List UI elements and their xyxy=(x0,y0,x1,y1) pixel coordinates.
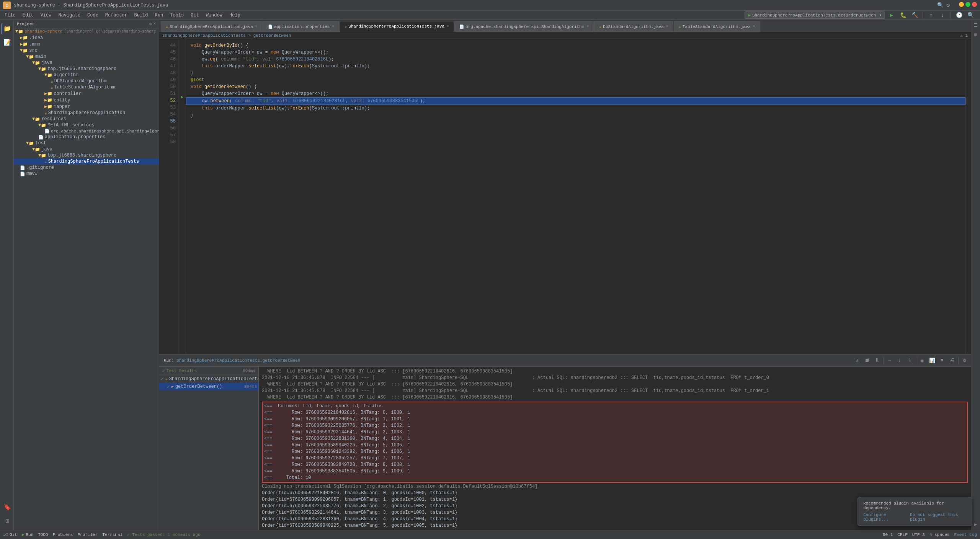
git-push-button[interactable]: ↓ xyxy=(938,10,947,20)
tree-idea[interactable]: ▶ 📁 .idea xyxy=(14,34,159,41)
tree-pkg-main[interactable]: ▼ 📁 top.jt6666.shardingsphero xyxy=(14,66,159,72)
test-suite-item[interactable]: ✓ ☕ ShardingSphereProApplicationTests 89… xyxy=(159,375,258,383)
git-update-button[interactable]: ↑ xyxy=(926,10,936,20)
tree-mmvw[interactable]: 📄 mmvw xyxy=(14,171,159,177)
tab-tablestd[interactable]: ☕ TableStandardAlgorithm.java × xyxy=(674,21,760,32)
sidebar-close-icon[interactable]: × xyxy=(153,21,156,26)
code-editor[interactable]: 44 45 46 47 48 49 50 51 52 53 54 55 56 5… xyxy=(159,39,971,354)
tree-gitignore[interactable]: 📄 .gitignore xyxy=(14,165,159,171)
tab-close-props[interactable]: × xyxy=(332,24,334,29)
tree-tablestd[interactable]: ☕ TableStandardAlgorithm xyxy=(14,84,159,90)
tree-controller[interactable]: ▶ 📁 controller xyxy=(14,90,159,97)
tree-root[interactable]: ▼ 📁 sharding-sphere [ShardingPro] D:\Ide… xyxy=(14,28,159,34)
code-content[interactable]: void getOrderById() { QueryWrapper<Order… xyxy=(186,39,965,354)
tree-test-class[interactable]: ☕ ShardingSphereProApplicationTests xyxy=(14,158,159,165)
menu-run[interactable]: Run xyxy=(152,12,166,19)
tree-main[interactable]: ▼ 📁 main xyxy=(14,54,159,60)
settings-run-button[interactable]: ⚙ xyxy=(960,356,969,365)
search-everywhere-button[interactable]: 🔍 xyxy=(965,10,975,20)
step-over-button[interactable]: ↷ xyxy=(885,356,894,365)
tree-pkg-test[interactable]: ▼ 📁 top.jt6666.shardingsphero xyxy=(14,152,159,158)
tree-test[interactable]: ▼ 📁 test xyxy=(14,140,159,146)
menu-tools[interactable]: Tools xyxy=(167,12,187,19)
tree-appprops[interactable]: 📄 application.properties xyxy=(14,134,159,140)
tree-algorithm[interactable]: ▼ 📁 algorithm xyxy=(14,72,159,78)
tab-main-app[interactable]: ☕ ShardingSphereProApplication.java × xyxy=(161,21,263,32)
tab-spi[interactable]: 📄 org.apache.shardingsphere.spi.Sharding… xyxy=(454,21,594,32)
tree-main-class[interactable]: ☕ ShardingSphereProApplication xyxy=(14,110,159,116)
test-method-item[interactable]: ✓ ▶ getOrderBetween() 894ms xyxy=(159,383,258,390)
menu-view[interactable]: View xyxy=(38,12,55,19)
project-title: Project xyxy=(17,22,34,26)
tab-dbstd[interactable]: ☕ DbStandardAlgorithm.java × xyxy=(594,21,673,32)
menu-build[interactable]: Build xyxy=(131,12,151,19)
structure-icon[interactable]: ⊞ xyxy=(1,515,13,527)
filter-button[interactable]: ▼ xyxy=(938,356,947,365)
test-run-icon[interactable]: ▶ xyxy=(181,94,183,101)
close-button[interactable] xyxy=(972,2,977,7)
tree-mmm[interactable]: ▶ 📁 .mmm xyxy=(14,41,159,47)
tab-tests[interactable]: ☕ ShardingSphereProApplicationTests.java… xyxy=(340,21,454,32)
tree-spi[interactable]: 📄 org.apache.shardingsphere.spi.Sharding… xyxy=(14,128,159,134)
menu-window[interactable]: Window xyxy=(203,12,225,19)
project-icon[interactable]: 📁 xyxy=(1,23,13,34)
tree-java-test[interactable]: ▼ 📁 java xyxy=(14,146,159,152)
do-not-suggest-link[interactable]: Do not suggest this plugin xyxy=(910,513,967,522)
tree-dbstd[interactable]: ☕ DbStandardAlgorithm xyxy=(14,78,159,84)
run-status[interactable]: ▶ Run xyxy=(22,532,33,537)
encoding-label[interactable]: UTF-8 xyxy=(912,532,925,537)
stop-button[interactable]: ⏹ xyxy=(862,356,872,365)
print-button[interactable]: 🖨 xyxy=(947,356,957,365)
tab-close-tablestd[interactable]: × xyxy=(753,24,755,29)
git-status[interactable]: ⎇ Git xyxy=(3,532,17,537)
console-line-2: 2021-12-16 21:36:45.878 INFO 22584 --- [… xyxy=(262,375,968,381)
dump-button[interactable]: 📊 xyxy=(928,356,937,365)
tree-resources[interactable]: ▼ 📁 resources xyxy=(14,116,159,122)
tree-meta-inf[interactable]: ▼ 📁 META-INF.services xyxy=(14,122,159,128)
rerun-button[interactable]: ↺ xyxy=(853,356,862,365)
tab-appprops[interactable]: 📄 application.properties × xyxy=(263,21,339,32)
menu-help[interactable]: Help xyxy=(226,12,243,19)
test-method-label: getOrderBetween() xyxy=(175,384,222,389)
sidebar-settings-icon[interactable]: ⚙ xyxy=(149,21,152,26)
menu-edit[interactable]: Edit xyxy=(20,12,37,19)
terminal-status[interactable]: Terminal xyxy=(102,532,122,537)
minimize-button[interactable] xyxy=(959,2,964,7)
search-icon[interactable]: 🔍 xyxy=(937,2,944,8)
right-icon-2[interactable]: ⊞ xyxy=(972,31,980,38)
indent-label[interactable]: 4 spaces xyxy=(929,532,950,537)
settings-icon[interactable]: ⚙ xyxy=(947,2,950,8)
menu-file[interactable]: File xyxy=(2,12,19,19)
menu-git[interactable]: Git xyxy=(188,12,202,19)
event-log-label[interactable]: Event Log xyxy=(954,532,977,537)
tree-java-main[interactable]: ▼ 📁 java xyxy=(14,60,159,66)
position-label[interactable]: 50:1 xyxy=(883,532,893,537)
build-button[interactable]: 🔨 xyxy=(910,10,920,20)
menu-code[interactable]: Code xyxy=(84,12,101,19)
menu-navigate[interactable]: Navigate xyxy=(55,12,83,19)
force-step-button[interactable]: ⤵ xyxy=(905,356,914,365)
todo-status[interactable]: TODO xyxy=(38,532,48,537)
tree-mapper[interactable]: ▶ 📁 mapper xyxy=(14,103,159,110)
tab-close-main[interactable]: × xyxy=(255,24,258,29)
bookmarks-icon[interactable]: 🔖 xyxy=(1,501,13,513)
run-config-selector[interactable]: ▶ ShardingSphereProApplicationTests.getO… xyxy=(745,11,885,19)
configure-plugins-link[interactable]: Configure plugins... xyxy=(863,513,907,522)
right-icon-1[interactable]: ☰ xyxy=(972,21,980,29)
tree-src[interactable]: ▼ 📁 src xyxy=(14,47,159,54)
problems-status[interactable]: Problems xyxy=(53,532,73,537)
pause-button[interactable]: ⏸ xyxy=(872,356,882,365)
commit-icon[interactable]: 📝 xyxy=(1,37,13,48)
debug-button[interactable]: 🐛 xyxy=(898,10,908,20)
run-button[interactable]: ▶ xyxy=(887,10,897,20)
tree-entity[interactable]: ▶ 📁 entity xyxy=(14,97,159,103)
tab-close-spi[interactable]: × xyxy=(586,24,589,29)
menu-refactor[interactable]: Refactor xyxy=(102,12,131,19)
tab-close-dbstd[interactable]: × xyxy=(666,24,668,29)
profiler-status[interactable]: Profiler xyxy=(77,532,98,537)
maximize-button[interactable] xyxy=(965,2,970,7)
tab-close-tests[interactable]: × xyxy=(447,24,449,29)
step-into-button[interactable]: ↓ xyxy=(895,356,904,365)
coverage-button[interactable]: ◉ xyxy=(918,356,927,365)
right-icon-3[interactable]: ▶ xyxy=(972,521,980,528)
